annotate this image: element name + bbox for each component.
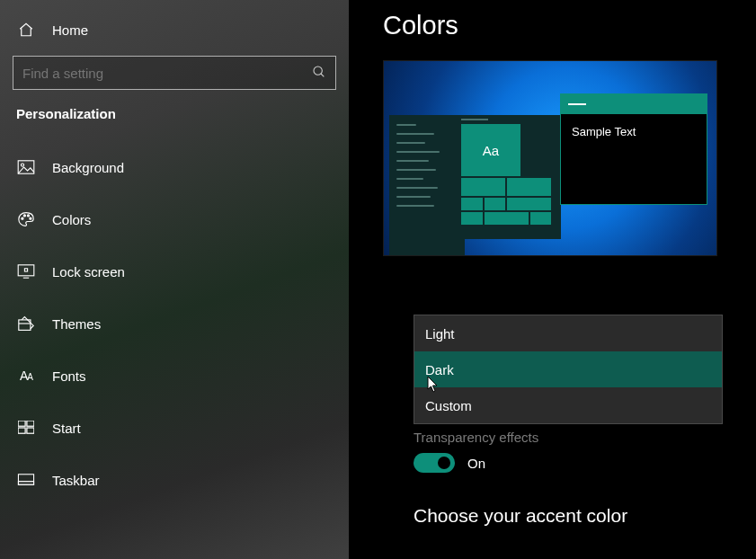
search-input[interactable]	[22, 66, 308, 81]
color-mode-option-dark[interactable]: Dark	[414, 351, 722, 387]
taskbar-icon	[16, 474, 36, 486]
palette-icon	[16, 211, 36, 227]
sidebar-item-label: Taskbar	[52, 473, 100, 488]
color-mode-option-light[interactable]: Light	[414, 315, 722, 351]
accent-color-heading: Choose your accent color	[414, 505, 627, 527]
svg-point-5	[23, 215, 25, 217]
svg-rect-15	[18, 428, 25, 433]
sidebar-item-colors[interactable]: Colors	[13, 193, 336, 245]
sidebar-item-label: Lock screen	[52, 264, 125, 280]
sidebar-item-fonts[interactable]: AA Fonts	[13, 350, 336, 402]
nav-home-label: Home	[52, 22, 88, 38]
lockscreen-icon	[16, 264, 36, 279]
start-icon	[16, 421, 36, 435]
transparency-toggle[interactable]	[414, 453, 455, 473]
svg-point-0	[314, 67, 322, 75]
svg-point-4	[22, 217, 23, 219]
svg-point-3	[21, 164, 23, 166]
toggle-knob	[438, 457, 450, 469]
preview-sample-text: Sample Text	[561, 114, 707, 149]
main-content: Colors Aa	[349, 0, 756, 559]
color-mode-dropdown[interactable]: Light Dark Custom	[414, 315, 723, 424]
preview-tile-aa: Aa	[461, 124, 520, 176]
preview-panel: Aa Sample Text	[383, 60, 717, 256]
sidebar-item-lockscreen[interactable]: Lock screen	[13, 245, 336, 297]
svg-point-7	[30, 217, 31, 219]
nav-home[interactable]: Home	[13, 13, 336, 47]
page-title: Colors	[383, 11, 729, 40]
svg-rect-14	[27, 421, 34, 426]
svg-line-1	[321, 74, 324, 76]
sidebar-item-label: Start	[52, 421, 81, 436]
sidebar-item-label: Themes	[52, 316, 101, 332]
svg-rect-8	[18, 265, 34, 276]
sidebar-item-themes[interactable]: Themes	[13, 297, 336, 350]
sidebar: Home Personalization Background	[0, 0, 349, 559]
svg-rect-10	[24, 269, 27, 271]
home-icon	[16, 22, 36, 38]
color-mode-option-custom[interactable]: Custom	[414, 387, 722, 423]
preview-taskbar	[389, 239, 465, 255]
transparency-toggle-row: On	[414, 453, 485, 473]
svg-rect-13	[18, 421, 25, 426]
preview-start-menu: Aa	[389, 115, 561, 239]
transparency-label: Transparency effects	[414, 430, 538, 445]
search-box[interactable]	[13, 56, 336, 90]
sidebar-item-label: Colors	[52, 212, 91, 227]
svg-point-6	[27, 215, 29, 217]
sidebar-item-label: Background	[52, 160, 124, 175]
sidebar-item-taskbar[interactable]: Taskbar	[13, 454, 336, 506]
sidebar-item-background[interactable]: Background	[13, 141, 336, 193]
preview-window: Sample Text	[560, 93, 707, 205]
sidebar-list: Background Colors Lock screen	[13, 141, 336, 506]
mouse-cursor	[427, 376, 440, 394]
sidebar-item-start[interactable]: Start	[13, 402, 336, 454]
sidebar-item-label: Fonts	[52, 368, 86, 384]
search-icon	[308, 65, 326, 82]
picture-icon	[16, 160, 36, 174]
category-title: Personalization	[16, 106, 336, 121]
themes-icon	[16, 315, 36, 332]
svg-rect-16	[27, 428, 34, 433]
transparency-state: On	[467, 456, 485, 471]
svg-rect-18	[18, 482, 33, 485]
fonts-icon: AA	[16, 368, 36, 383]
